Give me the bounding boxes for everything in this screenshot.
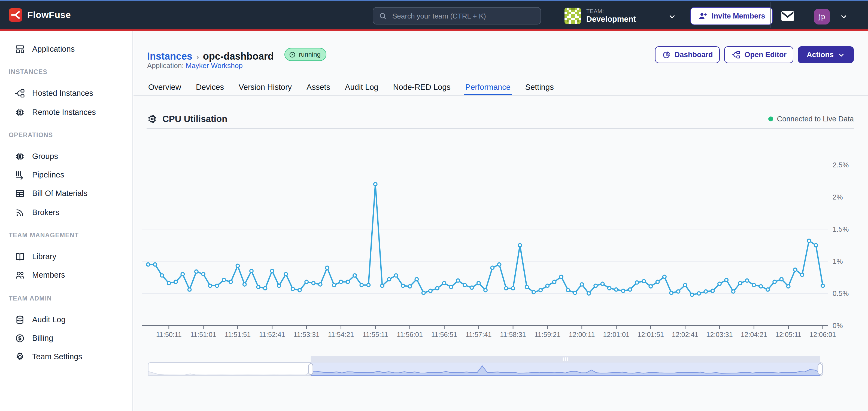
remote-instances-icon [15, 107, 25, 117]
sidebar-item-groups[interactable]: Groups [0, 148, 128, 164]
tab-audit-log[interactable]: Audit Log [343, 79, 380, 96]
sidebar-item-remote-instances[interactable]: Remote Instances [0, 104, 128, 120]
tab-node-red-logs[interactable]: Node-RED Logs [392, 79, 452, 96]
sidebar-section-header-instances: INSTANCES [9, 69, 48, 75]
open-editor-button[interactable]: Open Editor [724, 46, 794, 63]
chart-title: CPU Utilisation [162, 114, 227, 124]
x-axis-label: 11:51:51 [225, 331, 251, 338]
x-axis-label: 12:03:31 [706, 331, 733, 338]
y-axis-label: 0% [833, 321, 843, 330]
tabs-divider [133, 95, 868, 96]
sidebar-item-brokers[interactable]: Brokers [0, 204, 128, 220]
x-axis-label: 11:54:21 [328, 331, 354, 338]
flowfuse-logo[interactable]: FlowFuse [9, 8, 71, 22]
audit-log-icon [15, 314, 25, 325]
sidebar-section-header-team-management: TEAM MANAGEMENT [9, 232, 79, 238]
team-avatar [564, 8, 581, 24]
brush-grip-icon [567, 357, 568, 361]
sidebar-item-label: Groups [32, 152, 58, 161]
invite-members-button[interactable]: Invite Members [690, 7, 773, 25]
hosted-instances-icon [15, 88, 25, 98]
library-icon [15, 251, 25, 262]
x-axis-label: 11:55:11 [363, 331, 388, 338]
user-menu-chevron-down-icon[interactable] [840, 12, 848, 21]
tab-version-history[interactable]: Version History [237, 79, 293, 96]
tab-performance[interactable]: Performance [464, 79, 512, 96]
y-axis-label: 2.5% [833, 161, 849, 169]
team-search-box[interactable] [373, 7, 541, 25]
y-axis-label: 1.5% [833, 225, 849, 233]
breadcrumb: Instances›opc-dashboardrunning [147, 48, 327, 62]
cpu-utilisation-line-chart: 0%0.5%1%1.5%2%2.5%11:50:1111:51:0111:51:… [133, 131, 868, 347]
flowfuse-logo-icon [9, 8, 22, 22]
sidebar-item-label: Audit Log [32, 315, 66, 324]
pipelines-icon [15, 170, 25, 180]
sidebar-section-header-operations: OPERATIONS [9, 132, 53, 138]
x-axis-label: 11:59:21 [534, 331, 560, 338]
status-badge: running [285, 48, 327, 61]
user-avatar[interactable]: jp [814, 9, 830, 25]
brush-grip-icon [565, 357, 566, 361]
x-axis-label: 12:06:01 [809, 331, 836, 338]
topbar-divider [805, 2, 805, 28]
sidebar-item-label: Library [32, 252, 56, 261]
top-navigation-bar: FlowFuse [0, 0, 868, 31]
chart-panel-divider [147, 129, 854, 129]
dashboard-button[interactable]: Dashboard [655, 46, 720, 63]
sidebar-item-pipelines[interactable]: Pipelines [0, 167, 128, 183]
y-axis-label: 2% [833, 193, 843, 201]
team-label: TEAM: [586, 8, 636, 14]
team-selector[interactable]: TEAM: Development [564, 8, 636, 24]
invite-members-label: Invite Members [712, 12, 765, 20]
user-add-icon [698, 11, 707, 21]
application-link[interactable]: Mayker Workshop [186, 62, 243, 70]
tab-settings[interactable]: Settings [524, 79, 556, 96]
x-axis-label: 12:05:11 [775, 331, 801, 338]
x-axis-label: 12:01:01 [603, 331, 629, 338]
tab-overview[interactable]: Overview [147, 79, 183, 96]
tab-assets[interactable]: Assets [305, 79, 332, 96]
sidebar-item-label: Billing [32, 334, 53, 342]
header-actions: Dashboard Open Editor Actions [655, 46, 854, 63]
sidebar-item-hosted-instances[interactable]: Hosted Instances [0, 85, 128, 101]
brush-handle-left[interactable] [309, 364, 313, 375]
brand-name: FlowFuse [27, 9, 71, 21]
sidebar-item-applications[interactable]: Applications [0, 41, 128, 57]
notifications-mail-icon[interactable] [781, 10, 795, 22]
cpu-series-line [148, 184, 823, 295]
x-axis-label: 12:02:41 [672, 331, 698, 338]
sidebar-item-label: Applications [32, 45, 75, 53]
live-status-label: Connected to Live Data [777, 115, 854, 123]
team-chevron-down-icon[interactable] [668, 12, 676, 21]
sidebar-item-audit-log[interactable]: Audit Log [0, 311, 128, 328]
cpu-icon [147, 114, 157, 124]
billing-icon [15, 333, 25, 343]
team-name: Development [586, 15, 636, 24]
breadcrumb-separator: › [192, 52, 203, 61]
sidebar-item-library[interactable]: Library [0, 248, 128, 265]
team-settings-icon [15, 351, 25, 362]
breadcrumb-instances-link[interactable]: Instances [147, 51, 192, 62]
x-axis-label: 11:56:51 [431, 331, 457, 338]
actions-button[interactable]: Actions [798, 46, 854, 63]
search-input[interactable] [391, 11, 535, 21]
sidebar-item-label: Hosted Instances [32, 89, 93, 97]
x-axis-label: 12:04:21 [741, 331, 767, 338]
x-axis-label: 11:52:41 [259, 331, 285, 338]
sidebar-item-label: Brokers [32, 208, 59, 217]
sidebar-item-bill-of-materials[interactable]: Bill Of Materials [0, 185, 128, 201]
chart-range-brush[interactable] [133, 350, 868, 381]
applications-icon [15, 44, 25, 54]
brush-handle-right[interactable] [818, 364, 822, 375]
y-axis-label: 1% [833, 257, 843, 265]
brush-grip-icon [563, 357, 564, 361]
sidebar-item-billing[interactable]: Billing [0, 330, 128, 346]
sidebar-item-team-settings[interactable]: Team Settings [0, 348, 128, 365]
tab-devices[interactable]: Devices [194, 79, 225, 96]
main-content: Instances›opc-dashboardrunning Applicati… [133, 31, 868, 411]
groups-icon [15, 151, 25, 162]
instance-tabs: OverviewDevicesVersion HistoryAssetsAudi… [147, 79, 556, 96]
y-axis-label: 0.5% [833, 289, 849, 298]
sidebar-item-members[interactable]: Members [0, 267, 128, 283]
x-axis-label: 11:57:41 [466, 331, 492, 338]
